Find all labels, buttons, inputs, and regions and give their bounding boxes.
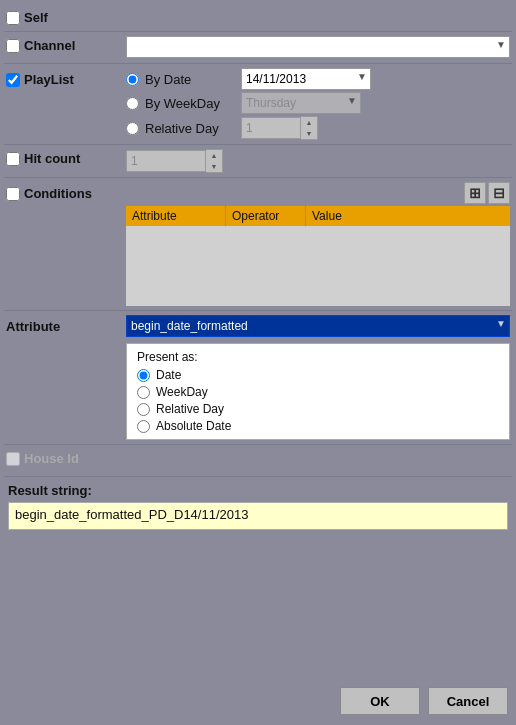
channel-checkbox[interactable] bbox=[6, 39, 20, 53]
self-row: Self bbox=[4, 4, 512, 32]
hit-count-label-area: Hit count bbox=[6, 149, 126, 166]
present-as-weekday-radio[interactable] bbox=[137, 386, 150, 399]
date-select[interactable]: 14/11/2013 bbox=[241, 68, 371, 90]
relative-day-radio[interactable] bbox=[126, 122, 139, 135]
col-operator: Operator bbox=[226, 206, 306, 226]
self-label-area: Self bbox=[6, 8, 126, 25]
attribute-select-wrapper: begin_date_formatted end_date_formatted … bbox=[126, 315, 510, 337]
cancel-button[interactable]: Cancel bbox=[428, 687, 508, 715]
by-weekday-radio[interactable] bbox=[126, 97, 139, 110]
conditions-body bbox=[126, 226, 510, 306]
present-as-absdate-label: Absolute Date bbox=[156, 419, 231, 433]
conditions-toolbar: ⊞ ⊟ bbox=[126, 182, 510, 204]
attribute-label-area: Attribute bbox=[6, 315, 126, 334]
weekday-select[interactable]: Thursday Monday Tuesday Wednesday Friday… bbox=[241, 92, 361, 114]
by-date-row: By Date 14/11/2013 bbox=[126, 68, 510, 90]
conditions-label-area: Conditions bbox=[6, 182, 126, 201]
self-label: Self bbox=[24, 10, 48, 25]
hit-count-content: ▲ ▼ bbox=[126, 149, 510, 173]
present-as-date-radio[interactable] bbox=[137, 369, 150, 382]
present-as-date[interactable]: Date bbox=[137, 368, 499, 382]
by-weekday-row: By WeekDay Thursday Monday Tuesday Wedne… bbox=[126, 92, 510, 114]
present-as-weekday[interactable]: WeekDay bbox=[137, 385, 499, 399]
present-as-absdate[interactable]: Absolute Date bbox=[137, 419, 499, 433]
col-value: Value bbox=[306, 206, 510, 226]
hit-count-up-btn[interactable]: ▲ bbox=[206, 150, 222, 161]
present-as-options: Date WeekDay Relative Day Absolute Date bbox=[137, 368, 499, 433]
conditions-label: Conditions bbox=[24, 186, 92, 201]
conditions-checkbox[interactable] bbox=[6, 187, 20, 201]
channel-select[interactable] bbox=[126, 36, 510, 58]
present-as-title: Present as: bbox=[137, 350, 499, 364]
house-id-label-area: House Id bbox=[6, 449, 126, 466]
by-date-label: By Date bbox=[145, 72, 235, 87]
hit-count-spinbuttons: ▲ ▼ bbox=[206, 149, 223, 173]
hit-count-spinbox: ▲ ▼ bbox=[126, 149, 510, 173]
result-value: begin_date_formatted_PD_D14/11/2013 bbox=[8, 502, 508, 530]
channel-content bbox=[126, 36, 510, 58]
channel-row: Channel bbox=[4, 32, 512, 64]
conditions-add-btn[interactable]: ⊞ bbox=[464, 182, 486, 204]
relative-day-down-btn[interactable]: ▼ bbox=[301, 128, 317, 139]
conditions-content: ⊞ ⊟ Attribute Operator Value bbox=[126, 182, 510, 306]
relative-day-spinbox: ▲ ▼ bbox=[241, 116, 318, 140]
playlist-content: By Date 14/11/2013 By WeekDay Thursday M… bbox=[126, 68, 510, 140]
present-as-relday-label: Relative Day bbox=[156, 402, 224, 416]
present-as-absdate-radio[interactable] bbox=[137, 420, 150, 433]
conditions-header: Attribute Operator Value bbox=[126, 206, 510, 226]
attribute-content: begin_date_formatted end_date_formatted … bbox=[126, 315, 510, 440]
filter-dialog: Self Channel PlayList By Date bbox=[0, 0, 516, 725]
present-as-relday-radio[interactable] bbox=[137, 403, 150, 416]
date-select-wrapper: 14/11/2013 bbox=[241, 68, 371, 90]
result-section: Result string: begin_date_formatted_PD_D… bbox=[4, 477, 512, 681]
hit-count-input[interactable] bbox=[126, 150, 206, 172]
self-checkbox[interactable] bbox=[6, 11, 20, 25]
hit-count-down-btn[interactable]: ▼ bbox=[206, 161, 222, 172]
attribute-row: Attribute begin_date_formatted end_date_… bbox=[4, 311, 512, 445]
relative-day-row: Relative Day ▲ ▼ bbox=[126, 116, 510, 140]
channel-label-area: Channel bbox=[6, 36, 126, 53]
relative-day-up-btn[interactable]: ▲ bbox=[301, 117, 317, 128]
present-as-relday[interactable]: Relative Day bbox=[137, 402, 499, 416]
hit-count-checkbox[interactable] bbox=[6, 152, 20, 166]
house-id-row: House Id bbox=[4, 445, 512, 477]
channel-select-wrapper bbox=[126, 36, 510, 58]
conditions-grid: Attribute Operator Value bbox=[126, 206, 510, 306]
present-as-box: Present as: Date WeekDay Relative Day bbox=[126, 343, 510, 440]
attribute-label: Attribute bbox=[6, 319, 60, 334]
playlist-label: PlayList bbox=[24, 72, 74, 87]
present-as-weekday-label: WeekDay bbox=[156, 385, 208, 399]
playlist-label-area: PlayList bbox=[6, 68, 126, 87]
by-date-radio[interactable] bbox=[126, 73, 139, 86]
conditions-remove-btn[interactable]: ⊟ bbox=[488, 182, 510, 204]
result-label: Result string: bbox=[8, 483, 508, 498]
house-id-label: House Id bbox=[24, 451, 79, 466]
relative-day-input[interactable] bbox=[241, 117, 301, 139]
attribute-select[interactable]: begin_date_formatted end_date_formatted … bbox=[126, 315, 510, 337]
conditions-row: Conditions ⊞ ⊟ Attribute Operator Value bbox=[4, 178, 512, 311]
dialog-buttons: OK Cancel bbox=[4, 681, 512, 721]
relative-day-spinbuttons: ▲ ▼ bbox=[301, 116, 318, 140]
by-weekday-label: By WeekDay bbox=[145, 96, 235, 111]
playlist-row: PlayList By Date 14/11/2013 By WeekDay bbox=[4, 64, 512, 145]
col-attribute: Attribute bbox=[126, 206, 226, 226]
ok-button[interactable]: OK bbox=[340, 687, 420, 715]
house-id-checkbox[interactable] bbox=[6, 452, 20, 466]
playlist-checkbox[interactable] bbox=[6, 73, 20, 87]
hit-count-label: Hit count bbox=[24, 151, 80, 166]
present-as-date-label: Date bbox=[156, 368, 181, 382]
relative-day-label: Relative Day bbox=[145, 121, 235, 136]
channel-label: Channel bbox=[24, 38, 75, 53]
weekday-select-wrapper: Thursday Monday Tuesday Wednesday Friday… bbox=[241, 92, 361, 114]
hit-count-row: Hit count ▲ ▼ bbox=[4, 145, 512, 178]
